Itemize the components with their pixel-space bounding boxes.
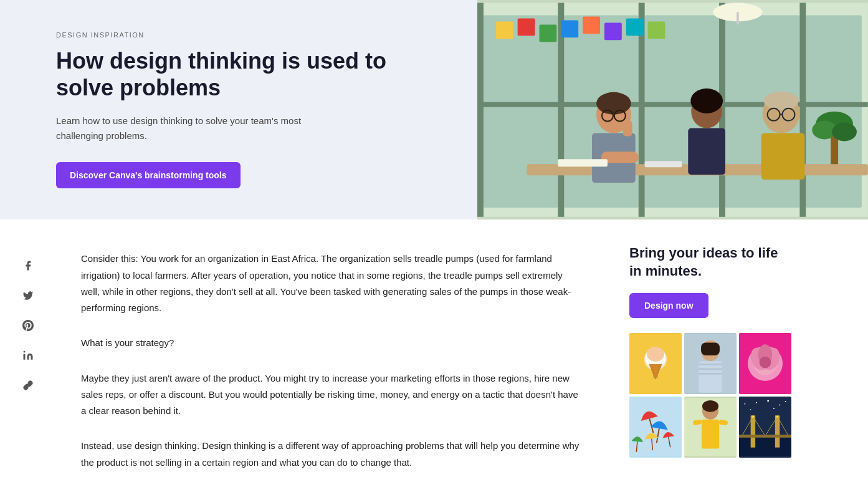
svg-rect-2 bbox=[484, 15, 558, 207]
svg-rect-97 bbox=[739, 435, 791, 438]
svg-point-50 bbox=[647, 347, 664, 362]
svg-point-87 bbox=[785, 401, 786, 402]
svg-point-36 bbox=[764, 92, 799, 110]
svg-rect-13 bbox=[496, 21, 513, 39]
grid-cell-fashion bbox=[684, 397, 737, 458]
hero-title: How design thinking is used to solve pro… bbox=[56, 47, 440, 101]
svg-rect-41 bbox=[558, 159, 608, 166]
twitter-icon[interactable] bbox=[19, 287, 37, 304]
svg-marker-51 bbox=[649, 364, 662, 379]
svg-rect-15 bbox=[540, 24, 557, 42]
svg-rect-14 bbox=[518, 18, 535, 36]
article-content: Consider this: You work for an organizat… bbox=[56, 219, 617, 477]
promo-box: Bring your ideas to life in minutes. Des… bbox=[629, 244, 791, 457]
grid-cell-flower bbox=[739, 333, 791, 394]
svg-point-99 bbox=[776, 415, 779, 418]
design-now-button[interactable]: Design now bbox=[629, 293, 708, 318]
svg-rect-91 bbox=[751, 415, 755, 447]
linkedin-icon[interactable] bbox=[19, 347, 37, 364]
grid-cell-icecream bbox=[629, 333, 682, 394]
design-image-grid bbox=[629, 333, 791, 458]
svg-rect-61 bbox=[699, 368, 722, 370]
svg-point-46 bbox=[832, 123, 857, 142]
hero-subtitle: Learn how to use design thinking to solv… bbox=[56, 113, 324, 143]
svg-point-69 bbox=[760, 356, 771, 368]
article-para-2: What is your strategy? bbox=[81, 335, 579, 351]
svg-point-79 bbox=[702, 400, 718, 412]
promo-title: Bring your ideas to life in minutes. bbox=[629, 244, 791, 280]
svg-point-98 bbox=[752, 415, 755, 418]
svg-rect-19 bbox=[626, 18, 644, 36]
hero-image bbox=[477, 0, 868, 219]
article-para-1: Consider this: You work for an organizat… bbox=[81, 251, 579, 316]
svg-point-33 bbox=[690, 89, 723, 113]
svg-rect-92 bbox=[775, 415, 780, 447]
svg-point-84 bbox=[756, 402, 757, 403]
svg-rect-22 bbox=[737, 12, 739, 24]
svg-rect-18 bbox=[604, 22, 622, 40]
svg-point-85 bbox=[767, 400, 769, 402]
svg-point-47 bbox=[24, 351, 26, 353]
svg-point-25 bbox=[596, 92, 631, 115]
main-wrapper: Consider this: You work for an organizat… bbox=[0, 219, 868, 477]
svg-rect-37 bbox=[761, 133, 805, 180]
facebook-icon[interactable] bbox=[19, 257, 37, 274]
svg-rect-12 bbox=[477, 102, 868, 107]
svg-rect-11 bbox=[800, 3, 806, 217]
svg-rect-62 bbox=[699, 372, 722, 374]
article-para-4: Instead, use design thinking. Design thi… bbox=[81, 438, 579, 471]
svg-rect-58 bbox=[699, 361, 722, 392]
grid-cell-umbrellas bbox=[629, 397, 682, 458]
svg-rect-34 bbox=[688, 128, 725, 175]
article-para-3: Maybe they just aren't aware of the prod… bbox=[81, 370, 579, 420]
discover-tools-button[interactable]: Discover Canva's brainstorming tools bbox=[56, 162, 241, 188]
hero-tag: DESIGN INSPIRATION bbox=[56, 31, 440, 39]
svg-point-86 bbox=[779, 404, 780, 405]
svg-rect-42 bbox=[645, 161, 682, 167]
hero-section: DESIGN INSPIRATION How design thinking i… bbox=[0, 0, 868, 219]
svg-point-88 bbox=[750, 409, 751, 410]
grid-cell-bridge bbox=[739, 397, 791, 458]
svg-rect-60 bbox=[699, 364, 722, 365]
hero-content: DESIGN INSPIRATION How design thinking i… bbox=[0, 0, 477, 219]
grid-cell-woman bbox=[684, 333, 737, 394]
svg-point-83 bbox=[744, 403, 745, 404]
svg-rect-28 bbox=[623, 121, 632, 137]
pinterest-icon[interactable] bbox=[19, 317, 37, 334]
svg-rect-16 bbox=[561, 20, 578, 37]
svg-rect-90 bbox=[739, 436, 791, 456]
link-icon[interactable] bbox=[19, 377, 37, 394]
svg-rect-78 bbox=[702, 419, 719, 448]
svg-point-89 bbox=[773, 408, 775, 409]
svg-rect-7 bbox=[477, 3, 484, 217]
social-sidebar bbox=[0, 219, 56, 477]
right-sidebar: Bring your ideas to life in minutes. Des… bbox=[617, 219, 810, 477]
svg-rect-17 bbox=[583, 16, 600, 34]
svg-rect-6 bbox=[806, 15, 862, 207]
meeting-scene-illustration bbox=[477, 0, 868, 219]
svg-rect-20 bbox=[648, 21, 665, 39]
svg-rect-59 bbox=[701, 342, 720, 355]
